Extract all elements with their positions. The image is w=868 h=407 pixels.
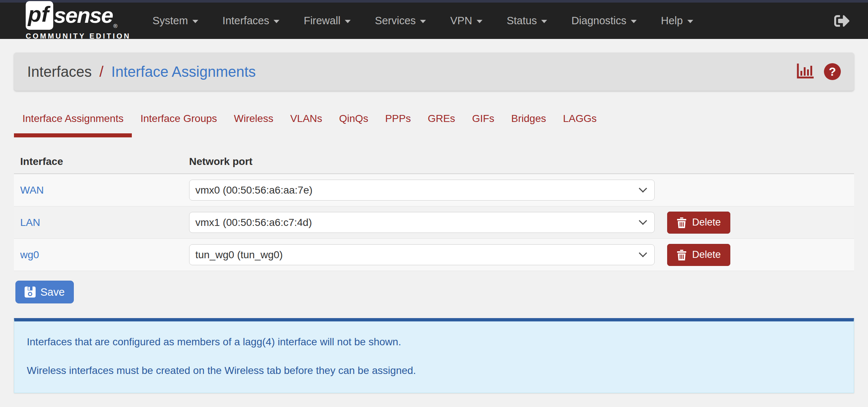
nav-menu-item-diagnostics[interactable]: Diagnostics [559,3,649,39]
table-header-row: Interface Network port [14,150,854,173]
nav-menu-item-system[interactable]: System [140,3,210,39]
chevron-down-icon [274,20,279,23]
nav-menu-item-label: Services [375,15,416,27]
main-navbar: pf sense ® COMMUNITY EDITION System Inte… [0,3,868,39]
network-port-select[interactable]: vmx0 (00:50:56:a6:aa:7e) [189,180,655,201]
network-port-select-wrap: vmx1 (00:50:56:a6:c7:4d) [189,212,655,233]
tab-wireless[interactable]: Wireless [225,107,282,137]
info-note-wireless: Wireless interfaces must be created on t… [27,365,841,377]
nav-menu-item-label: VPN [450,15,472,27]
interface-link[interactable]: WAN [20,184,44,196]
save-icon [25,287,36,298]
network-port-cell: vmx1 (00:50:56:a6:c7:4d) Delete [189,212,848,234]
save-button[interactable]: Save [15,281,74,303]
tab-vlans[interactable]: VLANs [282,107,330,137]
network-port-cell: tun_wg0 (tun_wg0) Delete [189,244,848,266]
help-button[interactable]: ? [824,63,841,80]
logout-button[interactable] [831,10,853,32]
nav-menu-item-vpn[interactable]: VPN [438,3,495,39]
trash-icon [677,217,687,228]
delete-button[interactable]: Delete [667,212,730,234]
interface-cell: WAN [20,184,189,196]
chevron-down-icon [631,20,637,23]
pfsense-logo[interactable]: pf sense ® COMMUNITY EDITION [26,1,131,40]
network-port-select-wrap: vmx0 (00:50:56:a6:aa:7e) [189,180,655,201]
tab-gres[interactable]: GREs [419,107,464,137]
pfsense-logo-pf-tile: pf [26,1,53,30]
tab-gifs[interactable]: GIFs [464,107,503,137]
chart-bar-icon [797,64,814,80]
breadcrumb: Interfaces / Interface Assignments [27,64,256,80]
column-header-interface: Interface [20,156,189,168]
chevron-down-icon [541,20,547,23]
nav-menu-item-firewall[interactable]: Firewall [292,3,363,39]
registered-trademark: ® [113,23,117,29]
delete-button[interactable]: Delete [667,244,730,266]
interface-tabs: Interface AssignmentsInterface GroupsWir… [14,107,854,137]
tab-qinqs[interactable]: QinQs [331,107,377,137]
column-header-network-port: Network port [189,156,848,168]
question-circle-icon: ? [824,63,841,80]
delete-button-label: Delete [692,217,721,228]
interface-assignments-table: Interface Network port WAN vmx0 (00:50:5… [14,150,854,271]
network-port-cell: vmx0 (00:50:56:a6:aa:7e) Delete [189,180,848,201]
save-button-label: Save [40,286,65,298]
nav-menu-item-status[interactable]: Status [495,3,559,39]
community-edition-label: COMMUNITY EDITION [26,32,131,40]
network-port-select-wrap: tun_wg0 (tun_wg0) [189,244,655,265]
nav-menu-item-label: Interfaces [223,15,269,27]
chevron-down-icon [345,20,351,23]
network-port-select[interactable]: vmx1 (00:50:56:a6:c7:4d) [189,212,655,233]
chevron-down-icon [192,20,198,23]
nav-menu-item-help[interactable]: Help [649,3,705,39]
nav-menu-item-label: Firewall [304,15,340,27]
info-panel: Interfaces that are configured as member… [14,318,854,393]
interface-link[interactable]: LAN [20,217,40,228]
nav-menu-item-interfaces[interactable]: Interfaces [210,3,292,39]
nav-menu-item-label: Diagnostics [571,15,626,27]
nav-menu-item-label: Help [661,15,683,27]
interface-cell: LAN [20,217,189,228]
table-row-lan: LAN vmx1 (00:50:56:a6:c7:4d) Delete [14,206,854,239]
nav-menu-item-label: Status [507,15,537,27]
trash-icon [677,249,687,260]
nav-menu-item-label: System [152,15,188,27]
chevron-down-icon [687,20,693,23]
tab-laggs[interactable]: LAGGs [554,107,605,137]
nav-menu: System Interfaces Firewall Services VPN … [140,3,705,39]
delete-button-label: Delete [692,249,721,260]
breadcrumb-page-link[interactable]: Interface Assignments [111,64,256,80]
tab-interface-assignments[interactable]: Interface Assignments [14,107,132,137]
chevron-down-icon [477,20,482,23]
tab-ppps[interactable]: PPPs [377,107,419,137]
status-monitoring-button[interactable] [797,64,814,80]
table-row-wg0: wg0 tun_wg0 (tun_wg0) Delete [14,239,854,271]
sign-out-icon [834,13,850,29]
tab-bridges[interactable]: Bridges [503,107,554,137]
table-row-wan: WAN vmx0 (00:50:56:a6:aa:7e) Delete [14,174,854,206]
table-body: WAN vmx0 (00:50:56:a6:aa:7e) Delete [14,173,854,271]
breadcrumb-separator: / [100,64,104,80]
chevron-down-icon [420,20,426,23]
page-header: Interfaces / Interface Assignments ? [14,53,854,91]
interface-cell: wg0 [20,249,189,261]
info-note-lagg: Interfaces that are configured as member… [27,336,841,348]
page-header-icons: ? [797,63,841,80]
tab-interface-groups[interactable]: Interface Groups [132,107,225,137]
pfsense-logo-sense: sense [54,4,113,26]
nav-menu-item-services[interactable]: Services [363,3,438,39]
interface-link[interactable]: wg0 [20,249,39,260]
breadcrumb-section: Interfaces [27,64,92,80]
network-port-select[interactable]: tun_wg0 (tun_wg0) [189,244,655,265]
pfsense-logo-wordmark: pf sense ® [26,1,131,30]
